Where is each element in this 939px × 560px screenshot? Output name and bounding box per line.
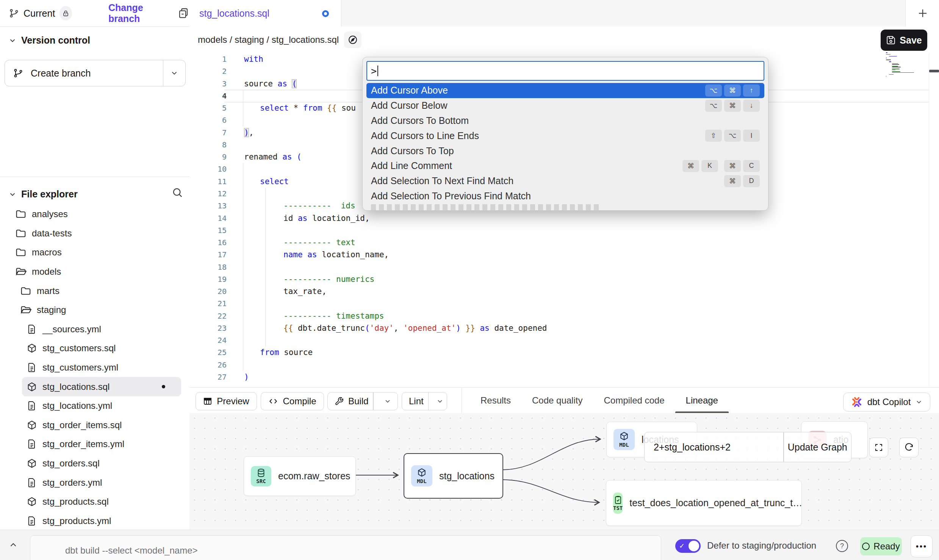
file-item-label: marts <box>37 286 59 296</box>
cube-icon <box>27 382 37 392</box>
folder-icon <box>15 228 27 239</box>
chevron-down-icon <box>8 190 17 199</box>
command-item-add-selection-to-previous-find-match[interactable]: Add Selection To Previous Find Match <box>366 189 764 204</box>
folder-icon <box>20 304 31 316</box>
command-label: Add Cursor Above <box>371 85 448 96</box>
file-item-label: stg_order_items.sql <box>42 420 122 430</box>
command-label: Add Cursor Below <box>371 100 447 111</box>
compile-button[interactable]: Compile <box>261 392 324 410</box>
code-line-18: 18 <box>189 261 939 274</box>
build-button[interactable]: Build <box>327 392 398 410</box>
file-item-stg-products-sql[interactable]: stg_products.sql <box>0 492 189 512</box>
file-item-label: macros <box>32 247 62 258</box>
key-chip: ⌥ <box>705 100 722 112</box>
file-item-staging[interactable]: staging <box>0 300 189 320</box>
scroll-indicator[interactable] <box>929 70 939 72</box>
refresh-button[interactable] <box>899 438 919 457</box>
tab-title: stg_locations.sql <box>199 8 269 19</box>
file-item-label: stg_products.sql <box>42 496 109 507</box>
version-control-title: Version control <box>21 35 90 46</box>
more-options-button[interactable]: ••• <box>911 535 933 557</box>
key-chip: ⌥ <box>724 130 741 142</box>
file-item-stg-locations-yml[interactable]: stg_locations.yml <box>0 396 189 416</box>
file-search-icon[interactable] <box>171 186 183 199</box>
file-item-label: stg_locations.yml <box>42 400 112 411</box>
file-item-stg-locations-sql[interactable]: stg_locations.sql <box>22 377 181 396</box>
save-button[interactable]: Save <box>881 30 927 51</box>
file-item-label: stg_customers.sql <box>42 343 116 354</box>
file-item-stg-order-items-yml[interactable]: stg_order_items.yml <box>0 435 189 454</box>
file-item-stg-customers-yml[interactable]: stg_customers.yml <box>0 358 189 377</box>
command-item-add-cursors-to-top[interactable]: Add Cursors To Top <box>366 143 764 158</box>
lineage-graph[interactable]: SRCecom.raw_storesMDLstg_locationsMDLloc… <box>189 413 939 530</box>
create-branch-menu-button[interactable] <box>163 69 185 77</box>
lint-button[interactable]: Lint <box>402 392 447 410</box>
cube-icon <box>27 458 37 469</box>
file-item--sources-yml[interactable]: __sources.yml <box>0 320 189 339</box>
file-item-stg-orders-sql[interactable]: stg_orders.sql <box>0 454 189 473</box>
command-label: Add Selection To Previous Find Match <box>371 191 531 202</box>
key-chip: ⌘ <box>724 100 741 112</box>
editor-action-bar: Preview Compile Build Lint ResultsCode q… <box>189 387 939 414</box>
command-label: Add Line Comment <box>371 160 452 171</box>
command-palette-input[interactable]: > <box>366 61 764 81</box>
dbt-copilot-button[interactable]: dbt Copilot <box>843 393 930 411</box>
file-item-stg-products-yml[interactable]: stg_products.yml <box>0 512 189 531</box>
file-item-stg-customers-sql[interactable]: stg_customers.sql <box>0 339 189 358</box>
file-item-marts[interactable]: marts <box>0 281 189 300</box>
key-chip: C <box>743 160 760 172</box>
command-label: Add Cursors To Bottom <box>371 115 469 126</box>
key-chip: ⌘ <box>724 160 741 172</box>
lineage-selector-input[interactable]: 2+stg_locations+2 <box>645 442 783 453</box>
file-icon <box>27 324 37 335</box>
key-chip: I <box>743 130 760 142</box>
command-item-add-cursor-below[interactable]: Add Cursor Below⌥⌘↓ <box>366 98 764 113</box>
help-icon[interactable]: ? <box>836 540 848 552</box>
file-explorer-section[interactable]: File explorer <box>8 189 78 200</box>
file-icon <box>27 477 37 488</box>
copy-icon[interactable] <box>177 7 189 19</box>
dbt-command-input[interactable]: dbt build --select <model_name> <box>30 535 661 560</box>
command-item-add-selection-to-next-find-match[interactable]: Add Selection To Next Find Match⌘D <box>366 174 764 189</box>
file-item-stg-orders-yml[interactable]: stg_orders.yml <box>0 473 189 492</box>
file-item-label: __sources.yml <box>42 324 101 335</box>
file-item-macros[interactable]: macros <box>0 243 189 262</box>
status-badge: Ready <box>860 537 902 555</box>
lint-menu-button[interactable] <box>433 393 447 410</box>
command-item-add-cursor-above[interactable]: Add Cursor Above⌥⌘↑ <box>366 83 764 98</box>
new-tab-button[interactable] <box>905 0 939 27</box>
defer-toggle[interactable]: ✓ <box>675 539 701 553</box>
tab-results[interactable]: Results <box>470 388 521 413</box>
file-item-label: stg_customers.yml <box>42 362 118 373</box>
command-item-add-cursors-to-line-ends[interactable]: Add Cursors to Line Ends⇧⌥I <box>366 128 764 143</box>
tab-code-quality[interactable]: Code quality <box>521 388 593 413</box>
file-item-data-tests[interactable]: data-tests <box>0 224 189 243</box>
version-control-section[interactable]: Version control <box>8 35 90 46</box>
fullscreen-button[interactable] <box>869 438 888 457</box>
file-item-stg-order-items-sql[interactable]: stg_order_items.sql <box>0 416 189 435</box>
lineage-node-tst[interactable]: TSTtest_does_location_opened_at_trunc_t… <box>606 480 802 526</box>
file-item-models[interactable]: models <box>0 262 189 282</box>
chevron-up-icon[interactable] <box>8 540 18 550</box>
minimap[interactable] <box>886 52 928 81</box>
fullscreen-icon <box>874 443 883 452</box>
build-menu-button[interactable] <box>378 393 398 410</box>
tab-lineage[interactable]: Lineage <box>675 388 729 413</box>
change-branch-link[interactable]: Change branch <box>108 2 167 24</box>
cube-icon <box>417 468 427 477</box>
command-item-add-cursors-to-bottom[interactable]: Add Cursors To Bottom <box>366 113 764 128</box>
create-branch-label: Create branch <box>31 68 91 79</box>
save-icon <box>886 35 896 45</box>
lineage-node-src[interactable]: SRCecom.raw_stores <box>244 456 356 496</box>
file-item-label: stg_locations.sql <box>42 382 110 392</box>
tab-stg-locations-sql[interactable]: stg_locations.sql <box>189 0 341 27</box>
update-graph-button[interactable]: Update Graph <box>784 442 851 453</box>
preview-button[interactable]: Preview <box>196 392 257 410</box>
file-icon <box>27 362 37 373</box>
explore-lineage-button[interactable] <box>344 31 362 48</box>
lineage-node-mdl[interactable]: MDLstg_locations <box>404 453 503 499</box>
create-branch-button[interactable]: Create branch <box>5 60 186 86</box>
tab-compiled-code[interactable]: Compiled code <box>593 388 675 413</box>
file-item-analyses[interactable]: analyses <box>0 205 189 224</box>
command-item-add-line-comment[interactable]: Add Line Comment⌘K⌘C <box>366 158 764 174</box>
